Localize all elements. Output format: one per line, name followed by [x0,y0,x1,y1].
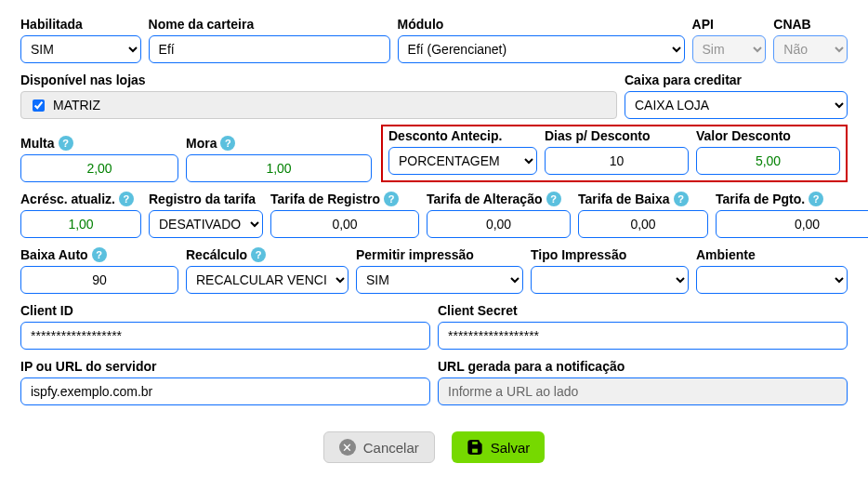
save-icon [467,439,483,456]
help-icon[interactable]: ? [674,192,689,206]
svg-rect-1 [471,448,479,454]
help-icon[interactable]: ? [546,192,561,206]
mora-label: Mora ? [186,136,372,151]
api-select: Sim [692,35,767,63]
help-icon[interactable]: ? [59,136,73,151]
help-icon[interactable]: ? [809,192,823,206]
tipo-impressao-select[interactable] [531,266,689,294]
nome-carteira-input[interactable] [149,35,390,63]
tarifa-registro-input[interactable] [270,210,419,238]
recalculo-select[interactable]: RECALCULAR VENCIMENTO [186,266,349,294]
permitir-impressao-select[interactable]: SIM [356,266,523,294]
cancel-button[interactable]: ✕ Cancelar [323,431,435,463]
ambiente-select[interactable] [696,266,848,294]
desconto-highlight-group: Desconto Antecip. PORCENTAGEM Dias p/ De… [381,125,848,182]
acresc-atualiz-input[interactable] [20,210,141,238]
ip-url-label: IP ou URL do servidor [20,359,430,374]
permitir-impressao-label: Permitir impressão [356,247,523,262]
save-button[interactable]: Salvar [452,431,546,463]
caixa-creditar-label: Caixa para creditar [625,73,848,87]
client-secret-input[interactable] [438,322,848,350]
multa-input[interactable] [20,154,178,182]
tarifa-baixa-input[interactable] [578,210,708,238]
close-icon: ✕ [339,439,356,456]
caixa-creditar-select[interactable]: CAIXA LOJA [625,91,848,119]
cnab-select: Não [773,35,848,63]
desconto-antecip-label: Desconto Antecip. [388,128,537,143]
recalculo-label: Recálculo ? [186,247,349,262]
registro-tarifa-select[interactable]: DESATIVADO [149,210,263,238]
disponivel-lojas-box: MATRIZ [20,91,617,119]
help-icon[interactable]: ? [92,247,107,262]
mora-input[interactable] [186,154,372,182]
url-notificacao-label: URL gerada para a notificação [438,359,848,374]
client-id-label: Client ID [20,303,430,318]
url-notificacao-input [438,377,848,405]
client-id-input[interactable] [20,322,430,350]
disponivel-lojas-label: Disponível nas lojas [20,73,617,87]
tarifa-alteracao-label: Tarifa de Alteração ? [427,192,571,206]
loja-matriz-label: MATRIZ [53,98,100,113]
ip-url-input[interactable] [20,377,430,405]
help-icon[interactable]: ? [119,192,134,206]
tarifa-baixa-label: Tarifa de Baixa ? [578,192,708,206]
acresc-atualiz-label: Acrésc. atualiz. ? [20,192,141,206]
cancel-button-label: Cancelar [363,440,419,456]
baixa-auto-input[interactable] [20,266,178,294]
valor-desconto-label: Valor Desconto [696,128,840,143]
valor-desconto-input[interactable] [696,147,840,175]
multa-label: Multa ? [20,136,178,151]
tarifa-registro-label: Tarifa de Registro ? [270,192,419,206]
modulo-label: Módulo [398,17,685,32]
habilitada-select[interactable]: SIM [20,35,141,63]
api-label: API [692,17,767,32]
help-icon[interactable]: ? [251,247,266,262]
tipo-impressao-label: Tipo Impressão [531,247,689,262]
ambiente-label: Ambiente [696,247,848,262]
registro-tarifa-label: Registro da tarifa [149,192,263,206]
cnab-label: CNAB [773,17,848,32]
tarifa-alteracao-input[interactable] [427,210,571,238]
tarifa-pgto-label: Tarifa de Pgto. ? [716,192,868,206]
save-button-label: Salvar [491,440,531,456]
dias-desconto-label: Dias p/ Desconto [545,128,689,143]
tarifa-pgto-input[interactable] [716,210,868,238]
help-icon[interactable]: ? [384,192,399,206]
nome-carteira-label: Nome da carteira [149,17,390,32]
baixa-auto-label: Baixa Auto ? [20,247,178,262]
habilitada-label: Habilitada [20,17,141,32]
loja-matriz-checkbox[interactable] [33,99,45,112]
client-secret-label: Client Secret [438,303,848,318]
modulo-select[interactable]: Efí (Gerencianet) [398,35,685,63]
svg-rect-0 [471,441,479,445]
dias-desconto-input[interactable] [545,147,689,175]
desconto-antecip-select[interactable]: PORCENTAGEM [388,147,537,175]
help-icon[interactable]: ? [220,136,235,151]
